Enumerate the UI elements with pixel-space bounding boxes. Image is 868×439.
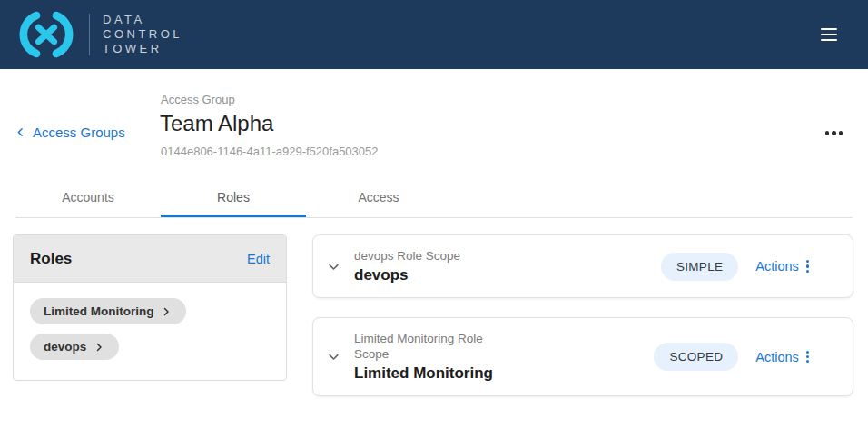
logo-divider xyxy=(89,14,90,55)
app-title: DATA CONTROL TOWER xyxy=(103,13,182,56)
kebab-menu-icon xyxy=(806,351,809,364)
role-actions-button[interactable]: Actions xyxy=(755,350,809,364)
page-header: Access Group Team Alpha 0144e806-1146-4a… xyxy=(0,69,868,175)
roles-panel-body: Limited Monitoring devops xyxy=(14,283,286,380)
role-card-titles: devops Role Scope devops xyxy=(354,248,460,284)
tab-bar: Accounts Roles Access xyxy=(15,178,853,218)
roles-summary-panel: Roles Edit Limited Monitoring devops xyxy=(13,234,287,381)
back-to-access-groups-link[interactable]: Access Groups xyxy=(15,125,125,140)
dct-logo-icon xyxy=(11,9,82,60)
role-card-devops: devops Role Scope devops SIMPLE Actions xyxy=(312,234,853,298)
role-scope-label: devops Role Scope xyxy=(354,248,460,264)
edit-roles-button[interactable]: Edit xyxy=(247,252,270,266)
tab-accounts[interactable]: Accounts xyxy=(15,178,161,217)
kebab-menu-icon xyxy=(806,260,809,273)
app-title-line: CONTROL xyxy=(103,27,182,42)
role-name: devops xyxy=(354,265,460,284)
chevron-left-icon xyxy=(15,126,26,138)
chevron-right-icon xyxy=(94,342,104,353)
chip-label: devops xyxy=(44,340,86,354)
app-title-line: DATA xyxy=(103,13,182,27)
role-card-titles: Limited Monitoring Role Scope Limited Mo… xyxy=(354,331,518,383)
main-content: Roles Edit Limited Monitoring devops xyxy=(0,218,868,396)
role-type-badge: SCOPED xyxy=(654,343,738,371)
tab-roles[interactable]: Roles xyxy=(161,178,306,217)
chevron-right-icon xyxy=(161,306,172,317)
actions-label: Actions xyxy=(755,350,799,364)
hamburger-menu-icon[interactable] xyxy=(817,25,841,45)
chevron-down-icon xyxy=(327,350,340,364)
role-cards-list: devops Role Scope devops SIMPLE Actions … xyxy=(312,234,853,396)
chevron-down-icon xyxy=(327,260,340,274)
role-card-limited-monitoring: Limited Monitoring Role Scope Limited Mo… xyxy=(312,317,853,396)
role-chip-limited-monitoring[interactable]: Limited Monitoring xyxy=(30,298,186,324)
entity-uuid: 0144e806-1146-4a11-a929-f520fa503052 xyxy=(161,145,868,158)
roles-panel-title: Roles xyxy=(30,250,72,268)
roles-panel-header: Roles Edit xyxy=(14,235,286,283)
app-title-line: TOWER xyxy=(103,42,182,56)
tab-access[interactable]: Access xyxy=(306,178,451,217)
actions-label: Actions xyxy=(755,259,799,274)
expand-role-button[interactable] xyxy=(323,256,344,277)
role-actions-button[interactable]: Actions xyxy=(755,259,809,274)
app-header: DATA CONTROL TOWER xyxy=(0,0,868,69)
entity-type-label: Access Group xyxy=(161,69,868,106)
more-actions-icon[interactable] xyxy=(824,125,845,141)
chip-label: Limited Monitoring xyxy=(44,304,153,318)
role-type-badge: SIMPLE xyxy=(661,253,738,281)
role-chip-devops[interactable]: devops xyxy=(30,334,119,360)
back-link-label: Access Groups xyxy=(33,125,125,140)
expand-role-button[interactable] xyxy=(323,346,344,367)
role-name: Limited Monitoring xyxy=(354,364,518,383)
page-title: Team Alpha xyxy=(160,111,868,136)
role-scope-label: Limited Monitoring Role Scope xyxy=(354,331,518,362)
